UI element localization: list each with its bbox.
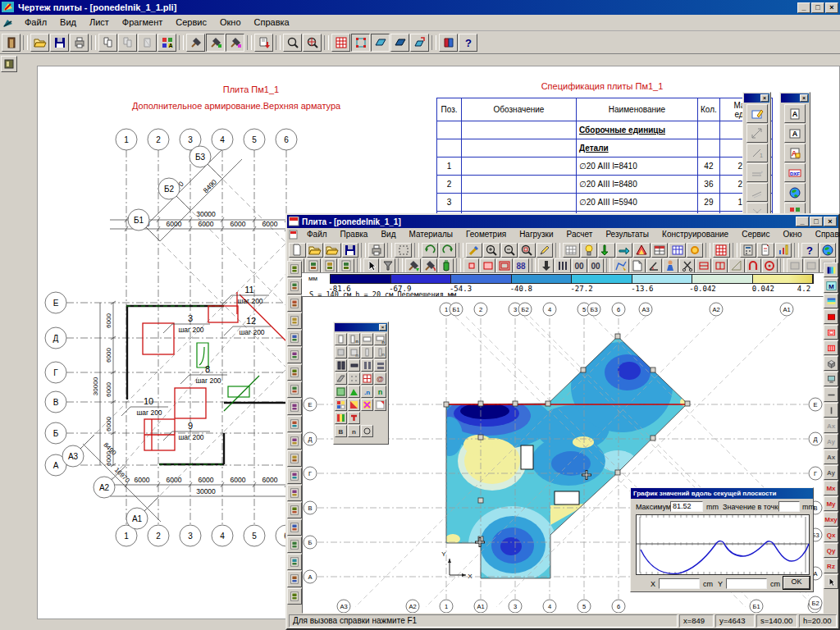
spray-can-button[interactable] [287,295,302,312]
pt-n-button[interactable]: .n [361,386,373,398]
close-icon[interactable]: × [800,94,808,102]
draw-poly-button[interactable] [613,258,628,273]
chart-mini-button[interactable] [775,243,792,258]
table-red-button[interactable] [651,243,669,258]
rect-l-button[interactable] [496,258,512,273]
arr-down-button[interactable] [538,258,554,273]
grid-x-button[interactable] [305,258,321,273]
cube-button[interactable] [824,356,838,371]
result-ax-button[interactable]: Ax [824,418,838,433]
grid-cut-button[interactable] [322,258,337,273]
wall-d-button[interactable]: n [374,333,386,345]
menu-item-Справка[interactable]: Справка [248,16,296,30]
menu-item-Материалы[interactable]: Материалы [402,228,459,241]
front-restore-button[interactable]: □ [810,217,823,226]
hammer-tool-button[interactable] [287,261,302,277]
palette-text-a-frame-button[interactable]: A [784,124,806,143]
doc-red-button[interactable] [757,243,774,258]
skew2-button[interactable] [390,34,409,52]
pump-red-button[interactable] [287,468,302,484]
rect-rb-button[interactable] [712,258,728,273]
iso-button[interactable] [824,262,838,277]
result-mx-button[interactable]: Mx [824,481,838,495]
annotation-palette-titlebar[interactable]: × [781,94,809,103]
shovel-tool-button[interactable] [287,519,302,536]
red-solid-button[interactable] [824,309,838,324]
menu-item-Файл[interactable]: Файл [300,228,334,241]
grid-88-button[interactable]: 88 [514,258,529,273]
result-cursor-button[interactable] [824,574,838,589]
hammer-p-button[interactable] [226,34,244,52]
print-button[interactable] [368,243,386,258]
red-hatch-button[interactable] [824,340,838,355]
crane-tool-button[interactable] [287,485,302,501]
result-qx-button[interactable]: Qx [824,527,838,542]
front-minimize-button[interactable]: _ [796,217,809,226]
palette-dim-slope-button[interactable] [746,183,768,202]
hammer-button[interactable] [186,34,205,52]
magnet-a-button[interactable] [746,258,761,273]
grid-button[interactable] [563,243,580,258]
n-small-button[interactable]: n [348,425,360,437]
cursor-button[interactable] [363,258,379,273]
menu-item-Сервис[interactable]: Сервис [735,228,776,241]
wall-f-button[interactable]: n [348,346,360,358]
redo-button[interactable] [439,243,456,258]
calc-button[interactable] [740,243,757,258]
back-minimize-button[interactable]: _ [797,2,810,13]
menu-item-Фрагмент[interactable]: Фрагмент [116,16,169,30]
new-button[interactable] [289,243,306,258]
palette-text-a-red-button[interactable]: А [784,144,806,162]
del2-button[interactable] [138,34,157,52]
brush-button[interactable] [466,243,483,258]
grid-red-button[interactable] [331,34,350,52]
undo-button[interactable] [422,243,439,258]
menu-item-Вид[interactable]: Вид [53,16,83,30]
menu-item-Вид[interactable]: Вид [374,228,402,241]
arrow-tool-button[interactable] [287,433,302,450]
person-button[interactable] [663,258,678,273]
palette-button[interactable]: A [158,34,176,52]
zoom-box-button[interactable] [518,243,536,258]
frame-button[interactable] [351,34,370,52]
max-value-field[interactable]: 81.52 [670,501,703,512]
grid-red-button[interactable] [713,243,730,258]
back-close-button[interactable]: × [825,2,838,13]
scissors-button[interactable] [679,258,695,273]
result-qy-button[interactable]: Qy [824,543,838,558]
print-button[interactable] [70,34,89,52]
save-button[interactable] [342,243,359,258]
monitor-button[interactable] [824,372,838,386]
wall-a-button[interactable] [335,333,347,345]
transfer-button[interactable] [410,34,429,52]
result-ay-button[interactable]: Ay [824,465,838,480]
mlet-button[interactable]: M [824,278,838,293]
close-icon[interactable]: × [379,324,386,331]
helpq-button[interactable]: ? [801,243,819,258]
element-palette-titlebar[interactable]: × [335,323,387,331]
menu-item-Правка[interactable]: Правка [334,228,375,241]
sheet-red-button[interactable] [254,34,273,52]
skew-button[interactable] [371,34,390,52]
menu-item-Окно[interactable]: Окно [776,228,808,241]
y-value-field[interactable] [726,578,767,589]
worker-tool-button[interactable] [287,502,302,518]
quad-color-button[interactable] [335,399,347,411]
red-out-button[interactable] [824,325,838,340]
front-close-button[interactable]: × [824,217,837,226]
col-a-button[interactable] [335,359,347,372]
wall-g-button[interactable] [361,346,373,358]
pencil-edit-button[interactable] [287,330,302,346]
doc-fold-button[interactable] [630,258,646,273]
grid-red-s-button[interactable] [361,372,373,385]
tee-support-button[interactable] [287,571,302,587]
zoom-out-button[interactable] [501,243,518,258]
diag-color-button[interactable] [348,399,360,411]
set-green-button[interactable] [335,386,347,398]
stamp-plate-button[interactable] [287,347,302,363]
result-mxy-button[interactable]: Mxy [824,512,838,527]
side-tool-button[interactable] [1,56,17,72]
menu-item-Конструирование[interactable]: Конструирование [655,228,735,241]
col-c-button[interactable] [361,359,373,372]
poly-color-button[interactable] [633,243,651,258]
